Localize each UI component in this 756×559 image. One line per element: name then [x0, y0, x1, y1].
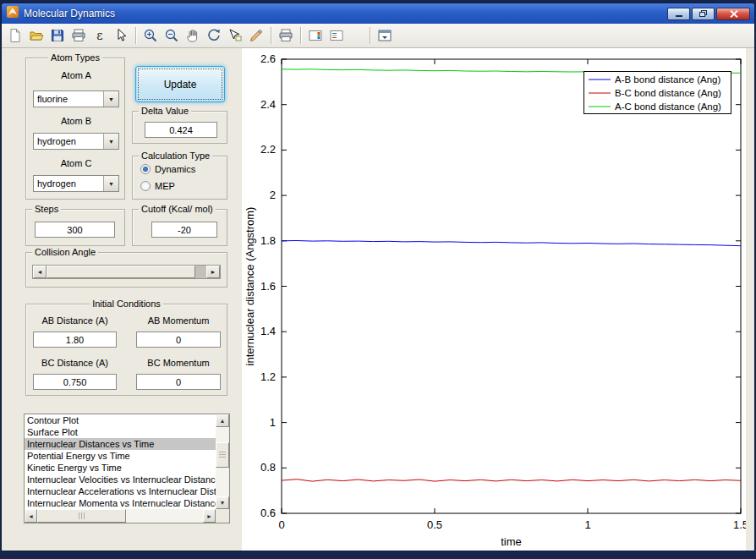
ab-momentum-field[interactable] — [136, 332, 221, 348]
vertical-scroll-thumb[interactable] — [216, 442, 229, 468]
cutoff-field[interactable] — [151, 222, 217, 238]
steps-panel: Steps — [25, 209, 125, 246]
atom-a-dropdown[interactable]: fluorine ▼ — [33, 90, 119, 107]
vertical-scroll-track[interactable] — [216, 427, 229, 496]
chevron-down-icon[interactable]: ▼ — [103, 176, 118, 191]
list-item[interactable]: Internuclear Momenta vs Internuclear Dis… — [25, 497, 216, 509]
collision-angle-slider[interactable]: ◄ ► — [32, 265, 221, 279]
data-cursor-icon[interactable] — [225, 25, 245, 46]
steps-title: Steps — [32, 204, 61, 214]
y-tick-label: 2.4 — [260, 98, 276, 111]
toolbar-separator — [135, 27, 136, 44]
atom-a-label: Atom A — [26, 70, 126, 80]
calculation-type-panel: Calculation Type Dynamics MEP — [132, 156, 227, 200]
new-figure-icon[interactable] — [5, 25, 25, 46]
legend-entry-label: B-C bond distance (Ang) — [615, 88, 721, 98]
brush-icon[interactable] — [246, 25, 266, 46]
zoom-in-icon[interactable] — [140, 25, 161, 46]
rotate-3d-icon[interactable] — [204, 25, 224, 46]
slider-right-arrow-icon[interactable]: ► — [206, 266, 220, 278]
save-figure-icon[interactable] — [47, 25, 68, 46]
y-tick-label: 1.8 — [260, 234, 276, 247]
atom-b-dropdown[interactable]: hydrogen ▼ — [33, 133, 119, 150]
update-button[interactable]: Update — [135, 66, 225, 102]
slider-thumb[interactable] — [47, 266, 195, 278]
open-file-icon[interactable] — [26, 25, 47, 46]
slider-left-arrow-icon[interactable]: ◄ — [33, 266, 47, 278]
insert-colorbar-icon[interactable] — [305, 25, 326, 46]
toolbar: ε — [2, 24, 754, 48]
scroll-right-icon[interactable]: ► — [203, 509, 216, 523]
toolbar-separator — [370, 27, 370, 44]
app-window: Molecular Dynamics ε 00.511.50.60.811.2 — [2, 3, 754, 551]
y-tick-label: 1.2 — [260, 370, 276, 383]
list-item[interactable]: Kinetic Energy vs Time — [25, 462, 216, 474]
scroll-left-icon[interactable]: ◄ — [25, 509, 37, 523]
scroll-down-icon[interactable]: ▼ — [216, 496, 229, 509]
atom-c-value: hydrogen — [34, 178, 103, 189]
chevron-down-icon[interactable]: ▼ — [103, 134, 118, 149]
print-preview-icon[interactable] — [276, 25, 296, 46]
chart-svg[interactable]: 00.511.50.60.811.21.41.61.822.22.42.6tim… — [242, 48, 746, 551]
pan-icon[interactable] — [183, 25, 203, 46]
print-figure-icon[interactable] — [68, 25, 89, 46]
figure-area: 00.511.50.60.811.21.41.61.822.22.42.6tim… — [2, 48, 754, 551]
insert-legend-icon[interactable] — [326, 25, 347, 46]
svg-text:ε: ε — [96, 29, 102, 42]
y-tick-label: 2.6 — [260, 52, 276, 65]
ab-distance-label: AB Distance (A) — [33, 315, 117, 326]
list-item[interactable]: Surface Plot — [25, 426, 216, 438]
horizontal-scroll-track[interactable] — [37, 509, 203, 523]
epsilon-tool-icon[interactable]: ε — [90, 25, 110, 46]
title-bar: Molecular Dynamics — [2, 3, 754, 24]
x-tick-label: 0.5 — [427, 518, 442, 531]
scrollbar-corner — [216, 509, 229, 523]
minimize-button[interactable] — [667, 8, 690, 20]
list-item[interactable]: Potential Energy vs Time — [25, 450, 216, 462]
dock-figure-icon[interactable] — [375, 25, 395, 46]
restore-icon — [699, 10, 707, 17]
horizontal-scroll-thumb[interactable] — [37, 509, 126, 523]
chevron-down-icon[interactable]: ▼ — [103, 91, 118, 107]
window-title: Molecular Dynamics — [24, 8, 667, 19]
list-item[interactable]: Internuclear Accelerations vs Internucle… — [25, 485, 216, 497]
collision-angle-panel: Collision Angle ◄ ► — [25, 252, 227, 288]
legend-entry-label: A-C bond distance (Ang) — [615, 101, 721, 112]
radio-dynamics[interactable]: Dynamics — [140, 164, 195, 174]
plot-type-list: Contour PlotSurface PlotInternuclear Dis… — [25, 414, 216, 509]
edit-plot-pointer-icon[interactable] — [111, 25, 131, 46]
bc-distance-field[interactable] — [33, 374, 117, 390]
bc-momentum-field[interactable] — [136, 374, 221, 390]
list-horizontal-scrollbar[interactable]: ◄ ► — [25, 509, 216, 523]
atom-c-dropdown[interactable]: hydrogen ▼ — [33, 175, 119, 192]
initial-conditions-panel: Initial Conditions AB Distance (A) AB Mo… — [25, 304, 227, 396]
y-tick-label: 0.6 — [260, 507, 276, 519]
zoom-out-icon[interactable] — [162, 25, 182, 46]
x-tick-label: 0 — [278, 518, 284, 531]
close-button[interactable] — [716, 8, 750, 20]
scroll-up-icon[interactable]: ▲ — [216, 414, 229, 427]
steps-field[interactable] — [35, 222, 115, 238]
y-tick-label: 1.4 — [260, 325, 276, 337]
ab-distance-field[interactable] — [33, 332, 117, 348]
plot-type-listbox[interactable]: Contour PlotSurface PlotInternuclear Dis… — [24, 414, 230, 523]
radio-mep[interactable]: MEP — [140, 181, 175, 191]
calculation-type-title: Calculation Type — [139, 151, 212, 161]
atom-b-value: hydrogen — [34, 136, 103, 146]
list-item[interactable]: Contour Plot — [25, 414, 216, 426]
atom-a-value: fluorine — [34, 94, 103, 104]
restore-button[interactable] — [692, 8, 715, 20]
delta-value-field[interactable] — [145, 122, 217, 138]
list-item[interactable]: Internuclear Velocities vs Internuclear … — [25, 474, 216, 485]
radio-unselected-icon — [140, 181, 151, 191]
y-tick-label: 1.6 — [260, 280, 276, 293]
bc-distance-label: BC Distance (A) — [33, 358, 117, 368]
slider-track[interactable] — [195, 266, 206, 278]
cutoff-title: Cutoff (Kcal/ mol) — [139, 204, 216, 214]
plot-box — [282, 59, 741, 513]
x-tick-label: 1.5 — [733, 518, 746, 531]
y-axis-label: internuclear distance (Angstrom) — [244, 207, 256, 366]
list-vertical-scrollbar[interactable]: ▲ ▼ — [216, 414, 229, 509]
list-item[interactable]: Internuclear Distances vs Time — [25, 438, 216, 450]
y-tick-label: 0.8 — [260, 461, 276, 474]
